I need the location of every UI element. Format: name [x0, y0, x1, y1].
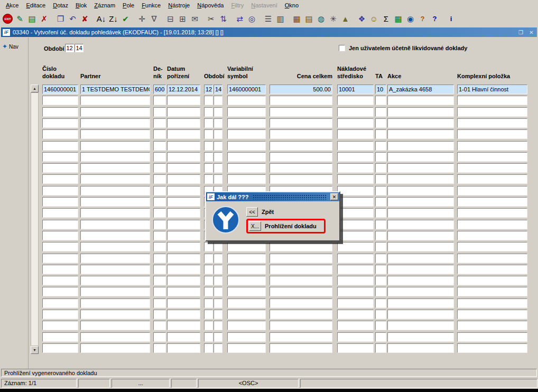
cell-akce-empty[interactable] [387, 129, 454, 139]
cell-denik-empty[interactable] [153, 287, 166, 296]
scrollbar-track[interactable] [31, 92, 39, 346]
cell-nakladove_stredisko-empty[interactable] [337, 310, 374, 319]
cell-cislo_dokladu-empty[interactable] [42, 231, 78, 240]
cell-partner-empty[interactable] [80, 332, 150, 342]
cell-ta-empty[interactable] [375, 343, 386, 353]
cell-cislo_dokladu-empty[interactable] [42, 220, 78, 229]
cell-denik-empty[interactable] [153, 298, 166, 308]
obdobi-field-1[interactable]: 12 [65, 44, 74, 52]
cell-datum_porizeni-empty[interactable] [167, 163, 200, 173]
cell-komplexni_polozka-empty[interactable] [457, 276, 527, 285]
cell-partner-empty[interactable] [80, 208, 150, 218]
cell-nakladove_stredisko-empty[interactable] [337, 197, 374, 207]
cell-akce-empty[interactable] [387, 321, 454, 330]
list-icon[interactable]: ☰ [262, 13, 274, 25]
mail-icon[interactable]: ✉ [189, 13, 201, 25]
cell-obdobi_2-empty[interactable] [214, 129, 222, 139]
cell-cena_celkem-empty[interactable] [270, 118, 332, 128]
cell-partner-empty[interactable] [80, 186, 150, 195]
cell-cena_celkem-empty[interactable] [270, 96, 332, 105]
cell-ta-empty[interactable] [375, 141, 386, 151]
cell-datum_porizeni-empty[interactable] [167, 186, 200, 195]
cell-obdobi_2-empty[interactable] [214, 141, 222, 151]
cell-nakladove_stredisko[interactable]: 10001 [337, 85, 374, 94]
cell-ta-empty[interactable] [375, 118, 386, 128]
info-icon[interactable]: i [445, 13, 457, 25]
cell-denik-empty[interactable] [153, 231, 166, 240]
cell-nakladove_stredisko-empty[interactable] [337, 321, 374, 330]
cell-cislo_dokladu-empty[interactable] [42, 129, 78, 139]
detail-list-icon[interactable]: ▥ [274, 13, 286, 25]
cell-partner-empty[interactable] [80, 96, 150, 105]
cell-cena_celkem-empty[interactable] [270, 287, 332, 296]
cell-variabilni_symbol-empty[interactable] [227, 332, 266, 342]
cell-komplexni_polozka-empty[interactable] [457, 107, 527, 117]
cell-cena_celkem-empty[interactable] [270, 242, 332, 251]
cell-ta-empty[interactable] [375, 152, 386, 162]
cell-variabilni_symbol-empty[interactable] [227, 276, 266, 285]
commit-icon[interactable]: ✔ [119, 13, 132, 25]
dialog-close-icon[interactable]: ✕ [330, 193, 338, 200]
cell-obdobi_2-empty[interactable] [214, 298, 222, 308]
cell-denik-empty[interactable] [153, 107, 166, 117]
cell-ta-empty[interactable] [375, 298, 386, 308]
cell-komplexni_polozka-empty[interactable] [457, 287, 527, 296]
cell-komplexni_polozka-empty[interactable] [457, 242, 527, 251]
cell-variabilni_symbol-empty[interactable] [227, 141, 266, 151]
cell-partner-empty[interactable] [80, 163, 150, 173]
cell-ta-empty[interactable] [375, 310, 386, 319]
cell-komplexni_polozka-empty[interactable] [457, 197, 527, 207]
cell-variabilni_symbol-empty[interactable] [227, 174, 266, 184]
cell-denik-empty[interactable] [153, 174, 166, 184]
cell-cislo_dokladu-empty[interactable] [42, 298, 78, 308]
cell-akce-empty[interactable] [387, 197, 454, 207]
menu-item-blok[interactable]: Blok [72, 1, 90, 10]
cell-nakladove_stredisko-empty[interactable] [337, 141, 374, 151]
cell-denik-empty[interactable] [153, 163, 166, 173]
cell-datum_porizeni-empty[interactable] [167, 321, 200, 330]
cell-ta-empty[interactable] [375, 96, 386, 105]
cell-variabilni_symbol[interactable]: 1460000001 [227, 85, 266, 94]
query-key-icon[interactable]: ✛ [136, 13, 148, 25]
cell-akce[interactable]: A_zakázka 4658 [387, 85, 454, 94]
cell-partner-empty[interactable] [80, 343, 150, 353]
edit-document-icon[interactable]: ✎ [14, 13, 26, 25]
cell-variabilni_symbol-empty[interactable] [227, 254, 266, 263]
cell-ta-empty[interactable] [375, 107, 386, 117]
cell-denik-empty[interactable] [153, 265, 166, 274]
cell-denik-empty[interactable] [153, 332, 166, 342]
cell-ta-empty[interactable] [375, 186, 386, 195]
cell-obdobi_2-empty[interactable] [214, 118, 222, 128]
transfer-icon[interactable]: ⇄ [234, 13, 246, 25]
cell-datum_porizeni-empty[interactable] [167, 242, 200, 251]
cell-cislo_dokladu-empty[interactable] [42, 163, 78, 173]
cell-denik-empty[interactable] [153, 197, 166, 207]
cell-ta-empty[interactable] [375, 208, 386, 218]
cell-partner-empty[interactable] [80, 152, 150, 162]
cell-obdobi_2-empty[interactable] [214, 321, 222, 330]
scroll-up-icon[interactable]: ▲ [31, 85, 39, 92]
cell-cislo_dokladu-empty[interactable] [42, 265, 78, 274]
cell-datum_porizeni-empty[interactable] [167, 287, 200, 296]
cell-akce-empty[interactable] [387, 343, 454, 353]
cell-obdobi_2-empty[interactable] [214, 174, 222, 184]
window-title-bar[interactable]: iF 03340 - Vytvoření úč. dokladu pohledá… [1, 27, 537, 37]
cell-nakladove_stredisko-empty[interactable] [337, 186, 374, 195]
cell-akce-empty[interactable] [387, 141, 454, 151]
cell-obdobi_2-empty[interactable] [214, 107, 222, 117]
cell-komplexni_polozka-empty[interactable] [457, 174, 527, 184]
spider-icon[interactable]: ✳ [327, 13, 339, 25]
cell-obdobi_2-empty[interactable] [214, 254, 222, 263]
cell-datum_porizeni-empty[interactable] [167, 343, 200, 353]
cell-denik-empty[interactable] [153, 220, 166, 229]
cell-obdobi_1-empty[interactable] [204, 310, 213, 319]
print-icon[interactable]: ⊟ [164, 13, 177, 25]
back-button[interactable]: << [246, 207, 258, 217]
dialog-title-bar[interactable]: iF Jak dál ??? ✕ [206, 192, 339, 201]
cell-komplexni_polozka[interactable]: 1-01 Hlavní činnost [457, 85, 527, 94]
obdobi-field-2[interactable]: 14 [75, 44, 84, 52]
cell-partner-empty[interactable] [80, 254, 150, 263]
cell-datum_porizeni-empty[interactable] [167, 208, 200, 218]
sort-asc-icon[interactable]: A↓ [95, 13, 107, 25]
cell-datum_porizeni-empty[interactable] [167, 231, 200, 240]
